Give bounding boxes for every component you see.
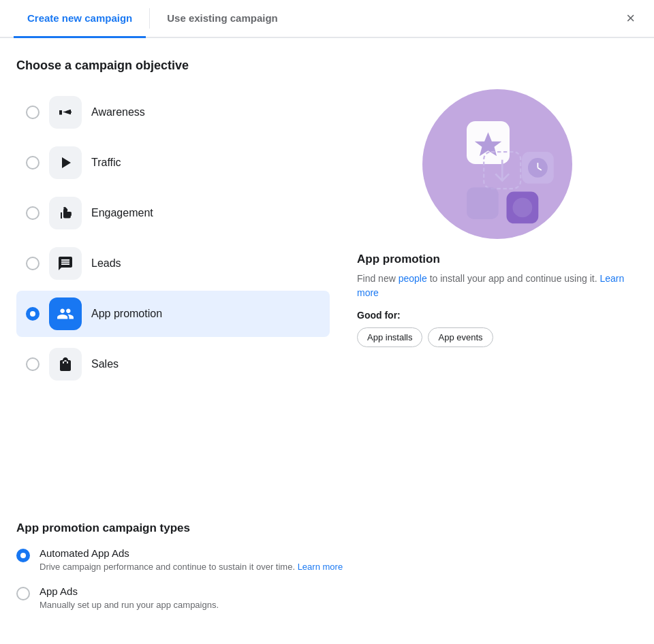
campaign-type-manual[interactable]: App Ads Manually set up and run your app… xyxy=(16,585,638,611)
awareness-label: Awareness xyxy=(91,106,145,118)
app-promotion-icon-box xyxy=(49,297,82,330)
preview-illustration xyxy=(422,89,572,239)
main-area: Awareness Traffic xyxy=(16,89,638,387)
leads-label: Leads xyxy=(91,257,121,270)
good-for-title: Good for: xyxy=(357,310,401,321)
campaign-types-title: App promotion campaign types xyxy=(16,521,638,535)
preview-title: App promotion xyxy=(357,253,440,266)
automated-desc: Drive campaign performance and continue … xyxy=(40,561,343,573)
radio-automated[interactable] xyxy=(16,549,30,562)
preview-desc-link[interactable]: people xyxy=(399,273,427,284)
objective-item-leads[interactable]: Leads xyxy=(16,240,330,287)
tab-existing-campaign[interactable]: Use existing campaign xyxy=(153,0,292,38)
modal-container: Create new campaign Use existing campaig… xyxy=(0,0,654,644)
radio-engagement[interactable] xyxy=(26,206,40,220)
engagement-label: Engagement xyxy=(91,207,153,219)
objective-item-awareness[interactable]: Awareness xyxy=(16,89,330,135)
manual-name: App Ads xyxy=(40,585,219,597)
radio-sales[interactable] xyxy=(26,357,40,371)
radio-traffic[interactable] xyxy=(26,156,40,170)
manual-desc: Manually set up and run your app campaig… xyxy=(40,599,219,611)
radio-manual[interactable] xyxy=(16,587,30,600)
traffic-label: Traffic xyxy=(91,157,121,169)
tags-container: App installs App events xyxy=(357,327,493,347)
objective-item-traffic[interactable]: Traffic xyxy=(16,140,330,186)
objective-item-sales[interactable]: Sales xyxy=(16,341,330,387)
leads-icon-box xyxy=(49,247,82,280)
sales-icon-box xyxy=(49,348,82,381)
tab-bar: Create new campaign Use existing campaig… xyxy=(0,0,654,38)
svg-point-12 xyxy=(513,198,533,218)
radio-app-promotion[interactable] xyxy=(26,307,40,321)
close-button[interactable]: × xyxy=(621,8,640,29)
objective-item-engagement[interactable]: Engagement xyxy=(16,190,330,236)
tag-app-events: App events xyxy=(428,327,493,347)
engagement-icon-box xyxy=(49,197,82,229)
main-content: Choose a campaign objective Awa xyxy=(0,38,654,497)
radio-awareness[interactable] xyxy=(26,106,40,119)
tab-divider xyxy=(149,8,150,29)
sales-label: Sales xyxy=(91,358,119,370)
svg-point-0 xyxy=(69,111,72,113)
campaign-type-automated[interactable]: Automated App Ads Drive campaign perform… xyxy=(16,547,638,573)
automated-learn-more[interactable]: Learn more xyxy=(298,562,343,572)
radio-leads[interactable] xyxy=(26,257,40,270)
app-promotion-label: App promotion xyxy=(91,308,162,320)
preview-description: Find new people to install your app and … xyxy=(357,272,638,300)
traffic-icon-box xyxy=(49,146,82,179)
awareness-icon-box xyxy=(49,96,82,129)
svg-rect-10 xyxy=(467,187,499,219)
objective-list: Awareness Traffic xyxy=(16,89,330,387)
preview-panel: App promotion Find new people to install… xyxy=(357,89,638,387)
svg-marker-1 xyxy=(62,157,71,168)
automated-name: Automated App Ads xyxy=(40,547,343,559)
tag-app-installs: App installs xyxy=(357,327,422,347)
preview-desc-part1: Find new xyxy=(357,273,399,284)
campaign-types-section: App promotion campaign types Automated A… xyxy=(0,521,654,644)
automated-desc-text: Drive campaign performance and continue … xyxy=(40,562,298,572)
automated-info: Automated App Ads Drive campaign perform… xyxy=(40,547,343,573)
preview-desc-part2: to install your app and continue using i… xyxy=(427,273,600,284)
manual-info: App Ads Manually set up and run your app… xyxy=(40,585,219,611)
tab-create-campaign[interactable]: Create new campaign xyxy=(14,0,146,38)
section-title: Choose a campaign objective xyxy=(16,59,638,73)
objective-item-app-promotion[interactable]: App promotion xyxy=(16,291,330,337)
